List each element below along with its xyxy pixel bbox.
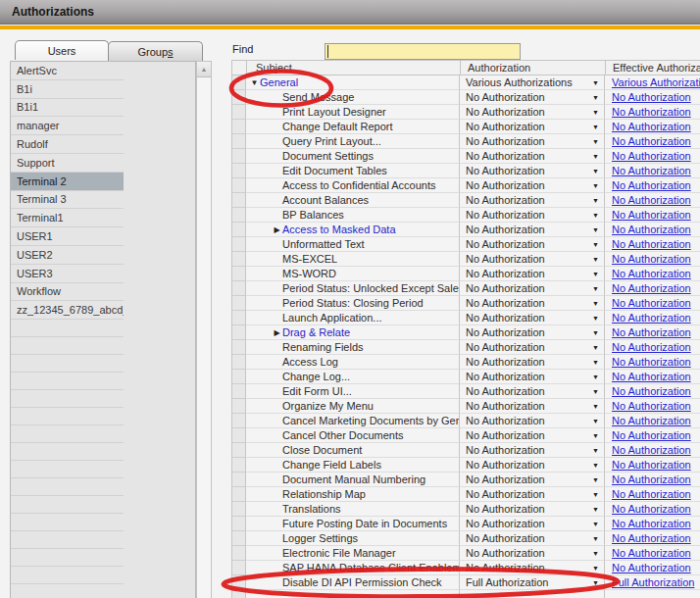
dropdown-arrow-icon[interactable]: ▼ <box>592 359 599 366</box>
subject-cell[interactable]: Relationship Map <box>246 487 460 502</box>
dropdown-arrow-icon[interactable]: ▼ <box>592 491 599 498</box>
authorization-dropdown[interactable] <box>460 590 605 598</box>
subject-cell[interactable]: ▼General <box>246 75 460 90</box>
authorization-dropdown[interactable]: No Authorization▼ <box>460 208 605 223</box>
user-list-item[interactable]: Support <box>11 154 124 173</box>
dropdown-arrow-icon[interactable]: ▼ <box>592 388 599 395</box>
authorization-dropdown[interactable]: No Authorization▼ <box>460 458 605 473</box>
user-list-item[interactable]: Terminal 3 <box>11 191 124 210</box>
subject-cell[interactable]: Change Default Report <box>246 120 460 134</box>
subject-cell[interactable]: Translations <box>246 502 460 517</box>
effective-authorization-link[interactable]: No Authorization <box>612 179 691 191</box>
dropdown-arrow-icon[interactable]: ▼ <box>592 579 599 586</box>
effective-authorization-link[interactable]: No Authorization <box>612 341 691 353</box>
dropdown-arrow-icon[interactable]: ▼ <box>592 535 599 542</box>
user-list-empty-row[interactable] <box>11 355 124 373</box>
dropdown-arrow-icon[interactable]: ▼ <box>592 476 599 483</box>
row-selector[interactable] <box>231 443 246 458</box>
find-input[interactable] <box>325 43 521 60</box>
user-list-item[interactable]: USER1 <box>11 227 124 246</box>
subject-cell[interactable]: Edit Form UI... <box>246 384 460 399</box>
user-list-item[interactable]: Workflow <box>11 283 124 302</box>
authorization-dropdown[interactable]: No Authorization▼ <box>460 399 605 414</box>
tree-expand-icon[interactable]: ▶ <box>272 328 282 337</box>
effective-authorization-link[interactable]: No Authorization <box>612 253 691 265</box>
row-selector[interactable] <box>231 325 246 340</box>
effective-authorization-link[interactable]: No Authorization <box>612 224 691 235</box>
row-selector[interactable] <box>231 120 246 134</box>
authorization-dropdown[interactable]: No Authorization▼ <box>460 487 605 502</box>
user-list-empty-row[interactable] <box>11 461 124 478</box>
row-selector[interactable] <box>231 546 246 561</box>
subject-cell[interactable]: Account Balances <box>246 193 460 208</box>
subject-cell[interactable]: BP Balances <box>246 208 460 223</box>
effective-authorization-link[interactable]: No Authorization <box>612 150 691 162</box>
effective-authorization-link[interactable]: No Authorization <box>612 194 691 206</box>
authorization-dropdown[interactable]: No Authorization▼ <box>460 384 605 399</box>
effective-authorization-link[interactable]: No Authorization <box>612 562 691 573</box>
dropdown-arrow-icon[interactable]: ▼ <box>592 226 599 233</box>
subject-cell[interactable]: Document Manual Numbering <box>246 473 460 487</box>
authorization-dropdown[interactable]: No Authorization▼ <box>460 311 605 325</box>
user-list-empty-row[interactable] <box>11 373 124 390</box>
subject-cell[interactable]: Change Field Labels <box>246 458 460 473</box>
subject-cell[interactable]: ▶Drag & Relate <box>246 325 460 340</box>
row-selector[interactable] <box>231 252 246 267</box>
row-selector[interactable] <box>231 340 246 355</box>
row-selector[interactable] <box>231 414 246 428</box>
effective-authorization-link[interactable]: No Authorization <box>612 400 691 412</box>
subject-cell[interactable]: Send Message <box>246 90 460 105</box>
user-list-item[interactable]: AlertSvc <box>11 62 124 80</box>
dropdown-arrow-icon[interactable]: ▼ <box>592 300 599 307</box>
authorization-dropdown[interactable]: No Authorization▼ <box>460 355 605 370</box>
dropdown-arrow-icon[interactable]: ▼ <box>592 212 599 219</box>
user-list-empty-row[interactable] <box>11 425 124 443</box>
dropdown-arrow-icon[interactable]: ▼ <box>592 447 599 454</box>
authorization-dropdown[interactable]: No Authorization▼ <box>460 414 605 428</box>
subject-cell[interactable]: SAP HANA Database Client Enablement <box>246 561 460 575</box>
user-list-empty-row[interactable] <box>11 496 124 514</box>
user-list-empty-row[interactable] <box>11 390 124 408</box>
dropdown-arrow-icon[interactable]: ▼ <box>592 182 599 189</box>
effective-authorization-link[interactable]: No Authorization <box>612 444 691 456</box>
tree-collapse-icon[interactable]: ▼ <box>249 78 260 87</box>
effective-authorization-link[interactable]: Full Authorization <box>612 576 694 588</box>
authorization-dropdown[interactable]: No Authorization▼ <box>460 428 605 443</box>
subject-cell[interactable]: Electronic File Manager <box>246 546 460 561</box>
user-list-item[interactable]: zz_12345_6789_abcd_efgh <box>11 301 124 320</box>
user-list-empty-row[interactable] <box>11 584 124 598</box>
effective-authorization-link[interactable]: No Authorization <box>612 371 691 382</box>
subject-cell[interactable]: MS-WORD <box>246 267 460 281</box>
authorization-dropdown[interactable]: No Authorization▼ <box>460 178 605 193</box>
dropdown-arrow-icon[interactable]: ▼ <box>592 329 599 336</box>
dropdown-arrow-icon[interactable]: ▼ <box>592 271 599 277</box>
subject-cell[interactable]: Launch Application... <box>246 311 460 325</box>
row-selector[interactable] <box>231 384 246 399</box>
dropdown-arrow-icon[interactable]: ▼ <box>592 565 599 572</box>
effective-authorization-link[interactable]: No Authorization <box>612 238 691 250</box>
dropdown-arrow-icon[interactable]: ▼ <box>592 79 599 86</box>
dropdown-arrow-icon[interactable]: ▼ <box>592 197 599 204</box>
subject-cell[interactable]: Cancel Other Documents <box>246 428 460 443</box>
subject-cell[interactable]: Document Settings <box>246 149 460 164</box>
row-selector[interactable] <box>231 487 246 502</box>
user-list-empty-row[interactable] <box>11 514 124 531</box>
effective-authorization-link[interactable]: No Authorization <box>612 415 691 426</box>
dropdown-arrow-icon[interactable]: ▼ <box>592 403 599 410</box>
row-selector[interactable] <box>231 296 246 311</box>
row-selector[interactable] <box>231 105 246 120</box>
user-list-empty-row[interactable] <box>11 408 124 425</box>
effective-authorization-link[interactable]: No Authorization <box>612 209 691 221</box>
row-selector[interactable] <box>231 134 246 149</box>
authorization-dropdown[interactable]: No Authorization▼ <box>460 517 605 531</box>
user-list-item[interactable]: Terminal 2 <box>11 173 124 191</box>
effective-authorization-link[interactable]: No Authorization <box>612 121 691 132</box>
row-selector[interactable] <box>231 428 246 443</box>
subject-cell[interactable]: Logger Settings <box>246 531 460 546</box>
authorization-dropdown[interactable]: No Authorization▼ <box>460 561 605 575</box>
effective-authorization-link[interactable]: Various Authorizations <box>612 76 700 88</box>
row-selector[interactable] <box>231 164 246 178</box>
row-selector[interactable] <box>231 75 246 90</box>
effective-authorization-link[interactable]: No Authorization <box>612 282 691 294</box>
dropdown-arrow-icon[interactable]: ▼ <box>592 124 599 130</box>
